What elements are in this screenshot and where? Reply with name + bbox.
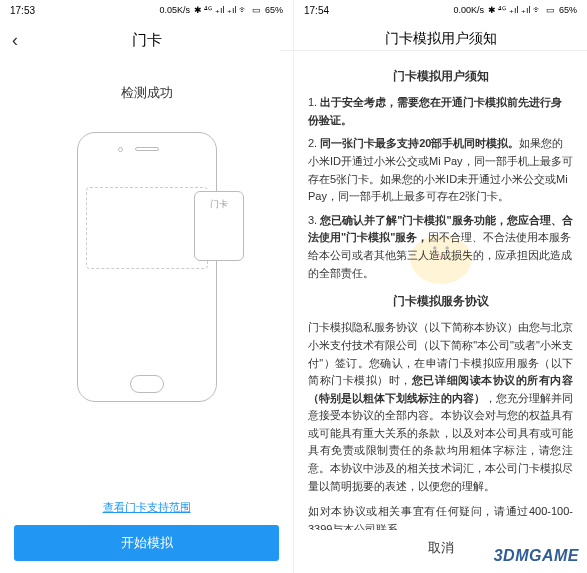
section-title-notice: 门卡模拟用户须知 (308, 67, 573, 86)
notice-item-3: 3. 您已确认并了解"门卡模拟"服务功能，您应合理、合法使用"门卡模拟"服务，因… (308, 212, 573, 282)
back-button[interactable]: ‹ (12, 30, 18, 51)
status-indicators: 0.05K/s ✱ ⁴ᴳ ₊ıl ₊ıl ᯤ ▭ 65% (159, 5, 283, 15)
detection-status: 检测成功 (121, 84, 173, 102)
status-bar: 17:53 0.05K/s ✱ ⁴ᴳ ₊ıl ₊ıl ᯤ ▭ 65% (0, 0, 293, 20)
nav-title: 门卡 (132, 31, 162, 50)
screen-door-card: 17:53 0.05K/s ✱ ⁴ᴳ ₊ıl ₊ıl ᯤ ▭ 65% ‹ 门卡 … (0, 0, 294, 573)
start-simulate-button[interactable]: 开始模拟 (14, 525, 279, 561)
nfc-zone (86, 187, 208, 269)
card-illustration: 门卡 (194, 191, 244, 261)
status-bar: 17:54 0.00K/s ✱ ⁴ᴳ ₊ıl ₊ıl ᯤ ▭ 65% (294, 0, 587, 20)
battery-pct: 65% (559, 5, 577, 15)
site-watermark: 3DMGAME (494, 547, 579, 565)
divider (280, 50, 587, 51)
signal-icons: ✱ ⁴ᴳ ₊ıl ₊ıl ᯤ (488, 5, 542, 15)
signal-icons: ✱ ⁴ᴳ ₊ıl ₊ıl ᯤ (194, 5, 248, 15)
home-button-icon (130, 375, 164, 393)
section-title-agreement: 门卡模拟服务协议 (308, 292, 573, 311)
status-indicators: 0.00K/s ✱ ⁴ᴳ ₊ıl ₊ıl ᯤ ▭ 65% (453, 5, 577, 15)
nav-bar: ‹ 门卡 (0, 20, 293, 60)
page-title: 门卡模拟用户须知 (294, 20, 587, 50)
notice-content[interactable]: 门卡模拟用户须知 1. 出于安全考虑，需要您在开通门卡模拟前先进行身份验证。 2… (294, 57, 587, 573)
agreement-para-1: 门卡模拟隐私服务协议（以下简称本协议）由您与北京小米支付技术有限公司（以下简称"… (308, 319, 573, 495)
phone-illustration: 门卡 (77, 132, 217, 402)
net-speed: 0.05K/s (159, 5, 190, 15)
main-content: 检测成功 门卡 查看门卡支持范围 开始模拟 (0, 60, 293, 573)
battery-glyph: ▭ (546, 5, 555, 15)
speaker-icon (135, 147, 159, 151)
support-range-link[interactable]: 查看门卡支持范围 (103, 500, 191, 515)
screen-user-notice: 17:54 0.00K/s ✱ ⁴ᴳ ₊ıl ₊ıl ᯤ ▭ 65% 门卡模拟用… (294, 0, 587, 573)
notice-item-2: 2. 同一张门卡最多支持20部手机同时模拟。如果您的小米ID开通过小米公交或Mi… (308, 135, 573, 205)
card-label: 门卡 (210, 198, 228, 211)
battery-pct: 65% (265, 5, 283, 15)
net-speed: 0.00K/s (453, 5, 484, 15)
notice-item-1: 1. 出于安全考虑，需要您在开通门卡模拟前先进行身份验证。 (308, 94, 573, 129)
battery-glyph: ▭ (252, 5, 261, 15)
status-time: 17:53 (10, 5, 35, 16)
camera-icon (118, 147, 123, 152)
status-time: 17:54 (304, 5, 329, 16)
